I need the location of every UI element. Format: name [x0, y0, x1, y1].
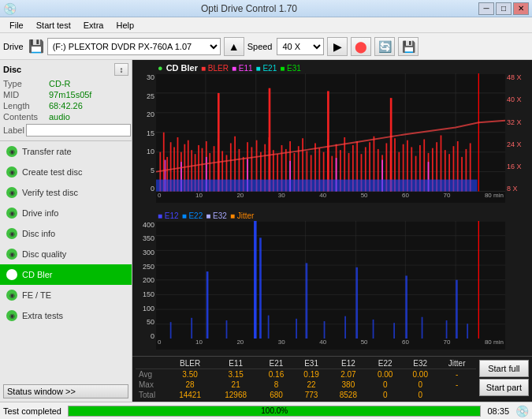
menu-file[interactable]: File — [3, 19, 30, 32]
maximize-button[interactable]: □ — [496, 2, 512, 15]
type-label: Type — [3, 79, 49, 88]
svg-rect-127 — [170, 322, 172, 339]
nav-label-fe-te: FE / TE — [22, 290, 51, 300]
bottombar: Test completed 100.0% 08:35 💿 — [0, 402, 532, 419]
disc-refresh-button[interactable]: ↕ — [114, 63, 128, 76]
svg-rect-103 — [156, 180, 478, 192]
nav-item-create-test[interactable]: ◉ Create test disc — [0, 162, 132, 182]
speed-label: Speed — [247, 42, 273, 51]
svg-rect-135 — [393, 323, 395, 339]
nav-icon-transfer: ◉ — [6, 146, 17, 157]
max-e31: 22 — [294, 380, 329, 390]
sidebar: Disc ↕ Type CD-R MID 97m15s05f Length 68… — [0, 60, 132, 402]
svg-rect-124 — [355, 267, 358, 339]
chart1-xaxis-70: 70 — [444, 192, 451, 203]
contents-value: audio — [49, 112, 70, 122]
nav-icon-extra: ◉ — [6, 310, 17, 321]
window-title: Opti Drive Control 1.70 — [20, 3, 478, 14]
go-button[interactable]: ▶ — [327, 37, 348, 56]
stats-table-container: BLER E11 E21 E31 E12 E22 E32 Jitter — [136, 358, 476, 400]
chart2-xaxis-20: 20 — [236, 339, 244, 350]
speed-select[interactable]: 40 X — [277, 38, 324, 55]
mid-value: 97m15s05f — [49, 90, 91, 99]
svg-rect-128 — [191, 317, 192, 339]
chart2-yaxis-right — [505, 221, 530, 350]
nav-label-disc-info: Disc info — [22, 229, 55, 238]
chart1-legend-e11: ■ E11 — [232, 64, 253, 73]
chart2-xaxis-40: 40 — [319, 339, 326, 350]
drive-icon: 💾 — [28, 39, 44, 54]
col-header-bler: BLER — [167, 358, 213, 369]
avg-jitter: - — [438, 369, 476, 380]
svg-rect-136 — [422, 316, 423, 339]
chart2-legend-e32: ■ E32 — [206, 211, 227, 220]
label-input[interactable] — [26, 124, 131, 137]
chart2-legend-e12: ■ E12 — [158, 211, 179, 220]
close-button[interactable]: ✕ — [513, 2, 529, 15]
eject-button[interactable]: ▲ — [224, 37, 244, 56]
start-full-button[interactable]: Start full — [479, 360, 529, 377]
status-text: Test completed — [3, 406, 61, 416]
clear-button[interactable]: ⬤ — [351, 37, 371, 56]
status-window-button[interactable]: Status window >> — [3, 384, 128, 398]
total-jitter — [438, 390, 476, 400]
status-time: 08:35 — [487, 406, 509, 416]
avg-e31: 0.19 — [294, 369, 329, 380]
nav-icon-verify: ◉ — [6, 187, 17, 198]
chart1-legend-e31: ■ E31 — [280, 64, 301, 73]
total-bler: 14421 — [167, 390, 213, 400]
nav-icon-disc-info: ◉ — [6, 228, 17, 239]
svg-rect-91 — [218, 93, 220, 192]
total-e31: 773 — [294, 390, 329, 400]
svg-rect-130 — [268, 315, 270, 339]
avg-e22: 0.00 — [367, 369, 403, 380]
chart1-title: CD Bler — [166, 63, 198, 73]
save-button[interactable]: 💾 — [398, 37, 419, 56]
nav-item-disc-quality[interactable]: ◉ Disc quality — [0, 244, 132, 264]
max-e21: 8 — [259, 380, 294, 390]
row-label-avg: Avg — [136, 369, 167, 380]
chart1-xaxis-60: 60 — [402, 192, 409, 203]
drive-select[interactable]: (F:) PLEXTOR DVDR PX-760A 1.07 — [47, 38, 221, 55]
nav-label-drive: Drive info — [22, 208, 58, 218]
nav-items: ◉ Transfer rate ◉ Create test disc ◉ Ver… — [0, 141, 132, 326]
svg-rect-125 — [405, 275, 407, 339]
progress-bar-container: 100.0% — [68, 406, 481, 417]
chart1-section: ● CD Bler ■ BLER ■ E11 ■ E21 ■ E31 30252… — [132, 60, 532, 208]
length-label: Length — [3, 101, 49, 110]
minimize-button[interactable]: ─ — [478, 2, 494, 15]
label-label: Label — [3, 125, 24, 135]
nav-item-fe-te[interactable]: ◉ FE / TE — [0, 285, 132, 305]
nav-item-cd-bler[interactable]: ◉ CD Bler — [0, 264, 132, 285]
total-e32: 0 — [403, 390, 438, 400]
chart1-svg — [156, 73, 505, 192]
avg-e21: 0.16 — [259, 369, 294, 380]
menu-start-test[interactable]: Start test — [30, 19, 77, 32]
chart1-legend-e21: ■ E21 — [256, 64, 277, 73]
type-value: CD-R — [49, 79, 71, 88]
chart1-xaxis-50: 50 — [361, 192, 368, 203]
chart2-yaxis: 400350300250200150100500 — [134, 221, 156, 350]
progress-text: 100.0% — [69, 406, 480, 416]
table-row-total: Total 14421 12968 680 773 8528 0 0 — [136, 390, 476, 400]
chart2-xaxis-50: 50 — [361, 339, 368, 350]
nav-item-disc-info[interactable]: ◉ Disc info — [0, 223, 132, 244]
contents-label: Contents — [3, 112, 49, 122]
nav-item-verify-test[interactable]: ◉ Verify test disc — [0, 182, 132, 203]
col-header-e22: E22 — [367, 358, 403, 369]
total-e21: 680 — [259, 390, 294, 400]
chart1-xaxis-20: 20 — [236, 192, 244, 203]
svg-rect-120 — [254, 221, 257, 339]
refresh-button[interactable]: 🔄 — [374, 37, 395, 56]
nav-item-drive-info[interactable]: ◉ Drive info — [0, 203, 132, 223]
start-part-button[interactable]: Start part — [479, 379, 529, 396]
nav-item-extra-tests[interactable]: ◉ Extra tests — [0, 305, 132, 326]
chart1-xaxis-10: 10 — [195, 192, 203, 203]
nav-item-transfer-rate[interactable]: ◉ Transfer rate — [0, 141, 132, 162]
col-header-e31: E31 — [294, 358, 329, 369]
nav-label-cd-bler: CD Bler — [22, 270, 53, 279]
menu-help[interactable]: Help — [110, 19, 140, 32]
menu-extra[interactable]: Extra — [77, 19, 110, 32]
row-label-max: Max — [136, 380, 167, 390]
chart2-svg — [156, 221, 505, 339]
